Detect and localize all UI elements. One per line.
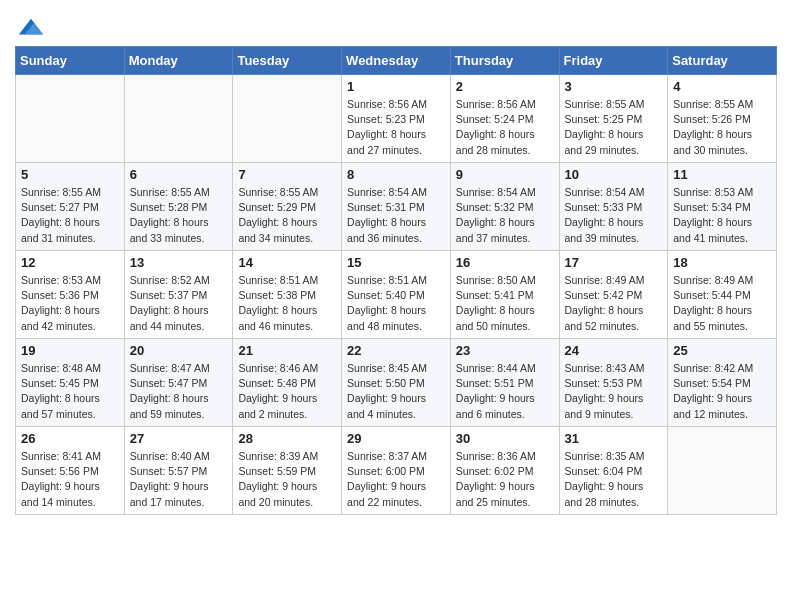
calendar-cell: 10Sunrise: 8:54 AMSunset: 5:33 PMDayligh… [559, 163, 668, 251]
calendar-cell: 23Sunrise: 8:44 AMSunset: 5:51 PMDayligh… [450, 339, 559, 427]
calendar-cell: 26Sunrise: 8:41 AMSunset: 5:56 PMDayligh… [16, 427, 125, 515]
day-number: 18 [673, 255, 771, 270]
calendar-cell: 8Sunrise: 8:54 AMSunset: 5:31 PMDaylight… [342, 163, 451, 251]
day-number: 2 [456, 79, 554, 94]
day-info: Sunrise: 8:54 AMSunset: 5:33 PMDaylight:… [565, 185, 663, 246]
calendar-cell [124, 75, 233, 163]
page-header [15, 10, 777, 38]
calendar-cell: 19Sunrise: 8:48 AMSunset: 5:45 PMDayligh… [16, 339, 125, 427]
day-number: 25 [673, 343, 771, 358]
day-number: 9 [456, 167, 554, 182]
calendar-cell: 28Sunrise: 8:39 AMSunset: 5:59 PMDayligh… [233, 427, 342, 515]
day-number: 1 [347, 79, 445, 94]
day-info: Sunrise: 8:37 AMSunset: 6:00 PMDaylight:… [347, 449, 445, 510]
day-info: Sunrise: 8:35 AMSunset: 6:04 PMDaylight:… [565, 449, 663, 510]
calendar-cell: 16Sunrise: 8:50 AMSunset: 5:41 PMDayligh… [450, 251, 559, 339]
day-number: 31 [565, 431, 663, 446]
day-header-monday: Monday [124, 47, 233, 75]
day-info: Sunrise: 8:47 AMSunset: 5:47 PMDaylight:… [130, 361, 228, 422]
calendar-cell: 11Sunrise: 8:53 AMSunset: 5:34 PMDayligh… [668, 163, 777, 251]
day-info: Sunrise: 8:49 AMSunset: 5:42 PMDaylight:… [565, 273, 663, 334]
day-number: 24 [565, 343, 663, 358]
day-number: 8 [347, 167, 445, 182]
calendar-cell: 24Sunrise: 8:43 AMSunset: 5:53 PMDayligh… [559, 339, 668, 427]
day-number: 10 [565, 167, 663, 182]
calendar-cell: 5Sunrise: 8:55 AMSunset: 5:27 PMDaylight… [16, 163, 125, 251]
day-number: 6 [130, 167, 228, 182]
calendar-cell [16, 75, 125, 163]
day-info: Sunrise: 8:50 AMSunset: 5:41 PMDaylight:… [456, 273, 554, 334]
day-number: 12 [21, 255, 119, 270]
day-info: Sunrise: 8:49 AMSunset: 5:44 PMDaylight:… [673, 273, 771, 334]
calendar-cell: 15Sunrise: 8:51 AMSunset: 5:40 PMDayligh… [342, 251, 451, 339]
calendar-cell: 7Sunrise: 8:55 AMSunset: 5:29 PMDaylight… [233, 163, 342, 251]
day-info: Sunrise: 8:39 AMSunset: 5:59 PMDaylight:… [238, 449, 336, 510]
day-number: 15 [347, 255, 445, 270]
day-number: 13 [130, 255, 228, 270]
day-info: Sunrise: 8:51 AMSunset: 5:40 PMDaylight:… [347, 273, 445, 334]
day-info: Sunrise: 8:55 AMSunset: 5:25 PMDaylight:… [565, 97, 663, 158]
calendar-cell: 1Sunrise: 8:56 AMSunset: 5:23 PMDaylight… [342, 75, 451, 163]
day-number: 21 [238, 343, 336, 358]
day-info: Sunrise: 8:53 AMSunset: 5:34 PMDaylight:… [673, 185, 771, 246]
day-number: 19 [21, 343, 119, 358]
day-info: Sunrise: 8:54 AMSunset: 5:32 PMDaylight:… [456, 185, 554, 246]
calendar-cell: 21Sunrise: 8:46 AMSunset: 5:48 PMDayligh… [233, 339, 342, 427]
calendar-cell: 6Sunrise: 8:55 AMSunset: 5:28 PMDaylight… [124, 163, 233, 251]
calendar-cell: 12Sunrise: 8:53 AMSunset: 5:36 PMDayligh… [16, 251, 125, 339]
calendar-cell: 29Sunrise: 8:37 AMSunset: 6:00 PMDayligh… [342, 427, 451, 515]
calendar-cell: 14Sunrise: 8:51 AMSunset: 5:38 PMDayligh… [233, 251, 342, 339]
day-number: 29 [347, 431, 445, 446]
day-info: Sunrise: 8:56 AMSunset: 5:23 PMDaylight:… [347, 97, 445, 158]
day-header-saturday: Saturday [668, 47, 777, 75]
calendar-cell: 31Sunrise: 8:35 AMSunset: 6:04 PMDayligh… [559, 427, 668, 515]
day-info: Sunrise: 8:48 AMSunset: 5:45 PMDaylight:… [21, 361, 119, 422]
calendar-cell: 27Sunrise: 8:40 AMSunset: 5:57 PMDayligh… [124, 427, 233, 515]
day-number: 20 [130, 343, 228, 358]
calendar-cell: 20Sunrise: 8:47 AMSunset: 5:47 PMDayligh… [124, 339, 233, 427]
day-info: Sunrise: 8:56 AMSunset: 5:24 PMDaylight:… [456, 97, 554, 158]
day-number: 22 [347, 343, 445, 358]
day-number: 7 [238, 167, 336, 182]
calendar-cell: 2Sunrise: 8:56 AMSunset: 5:24 PMDaylight… [450, 75, 559, 163]
day-info: Sunrise: 8:54 AMSunset: 5:31 PMDaylight:… [347, 185, 445, 246]
day-info: Sunrise: 8:44 AMSunset: 5:51 PMDaylight:… [456, 361, 554, 422]
day-number: 28 [238, 431, 336, 446]
day-number: 27 [130, 431, 228, 446]
day-number: 30 [456, 431, 554, 446]
day-number: 23 [456, 343, 554, 358]
day-number: 16 [456, 255, 554, 270]
calendar-cell [233, 75, 342, 163]
calendar-cell: 13Sunrise: 8:52 AMSunset: 5:37 PMDayligh… [124, 251, 233, 339]
day-info: Sunrise: 8:51 AMSunset: 5:38 PMDaylight:… [238, 273, 336, 334]
day-info: Sunrise: 8:45 AMSunset: 5:50 PMDaylight:… [347, 361, 445, 422]
day-info: Sunrise: 8:41 AMSunset: 5:56 PMDaylight:… [21, 449, 119, 510]
day-info: Sunrise: 8:36 AMSunset: 6:02 PMDaylight:… [456, 449, 554, 510]
day-header-wednesday: Wednesday [342, 47, 451, 75]
day-header-friday: Friday [559, 47, 668, 75]
calendar-cell: 25Sunrise: 8:42 AMSunset: 5:54 PMDayligh… [668, 339, 777, 427]
calendar-cell: 18Sunrise: 8:49 AMSunset: 5:44 PMDayligh… [668, 251, 777, 339]
logo [15, 14, 45, 38]
day-info: Sunrise: 8:52 AMSunset: 5:37 PMDaylight:… [130, 273, 228, 334]
calendar-table: SundayMondayTuesdayWednesdayThursdayFrid… [15, 46, 777, 515]
day-header-sunday: Sunday [16, 47, 125, 75]
calendar-cell [668, 427, 777, 515]
day-info: Sunrise: 8:55 AMSunset: 5:27 PMDaylight:… [21, 185, 119, 246]
day-number: 17 [565, 255, 663, 270]
day-info: Sunrise: 8:53 AMSunset: 5:36 PMDaylight:… [21, 273, 119, 334]
logo-icon [17, 14, 45, 42]
calendar-cell: 30Sunrise: 8:36 AMSunset: 6:02 PMDayligh… [450, 427, 559, 515]
day-info: Sunrise: 8:55 AMSunset: 5:29 PMDaylight:… [238, 185, 336, 246]
day-info: Sunrise: 8:43 AMSunset: 5:53 PMDaylight:… [565, 361, 663, 422]
day-header-thursday: Thursday [450, 47, 559, 75]
day-number: 4 [673, 79, 771, 94]
day-number: 14 [238, 255, 336, 270]
day-number: 11 [673, 167, 771, 182]
day-number: 5 [21, 167, 119, 182]
calendar-cell: 22Sunrise: 8:45 AMSunset: 5:50 PMDayligh… [342, 339, 451, 427]
calendar-cell: 3Sunrise: 8:55 AMSunset: 5:25 PMDaylight… [559, 75, 668, 163]
day-info: Sunrise: 8:46 AMSunset: 5:48 PMDaylight:… [238, 361, 336, 422]
day-number: 3 [565, 79, 663, 94]
calendar-cell: 4Sunrise: 8:55 AMSunset: 5:26 PMDaylight… [668, 75, 777, 163]
